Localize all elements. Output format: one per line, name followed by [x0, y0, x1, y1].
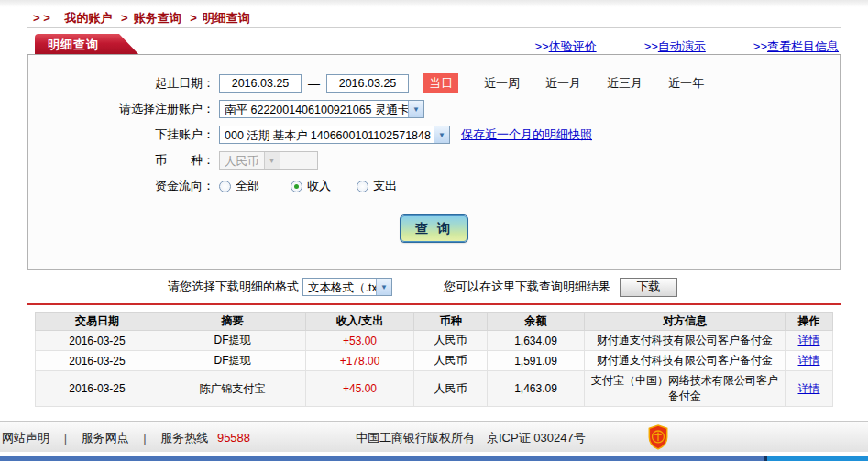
cell-amount: +53.00 [306, 331, 414, 351]
date-range-row: 起止日期： 2016.03.25 — 2016.03.25 当日 近一周 近一月… [28, 74, 840, 93]
currency-select: 人民币 ▼ [219, 151, 318, 170]
flow-radio-all[interactable]: 全部 [219, 178, 259, 194]
download-format-label: 请您选择下载明细的格式 [168, 279, 299, 295]
quick-range-year[interactable]: 近一年 [668, 75, 704, 92]
cell-currency: 人民币 [414, 331, 488, 351]
top-gradient-band [0, 0, 868, 7]
download-button[interactable]: 下载 [620, 278, 677, 297]
col-header-currency: 币种 [414, 313, 488, 331]
table-row: 2016-03-25 DF提现 +53.00 人民币 1,634.09 财付通支… [36, 331, 833, 351]
register-account-row: 请选择注册账户： 南平 6222001406100921065 灵通卡 ▼ [28, 100, 840, 118]
chevron-down-icon: ▼ [376, 279, 391, 295]
footer: 网站声明 | 服务网点 | 服务热线 95588 中国工商银行版权所有 京ICP… [0, 421, 868, 452]
cell-amount: +45.00 [306, 371, 414, 407]
download-format-select[interactable]: 文本格式（.txt） ▼ [302, 278, 392, 296]
cell-date: 2016-03-25 [36, 351, 159, 371]
cell-summary: DF提现 [159, 331, 306, 351]
cell-counterparty: 支付宝（中国）网络技术有限公司客户备付金 [585, 371, 786, 407]
radio-icon [219, 181, 231, 192]
save-month-snapshot-link[interactable]: 保存近一个月的明细快照 [461, 126, 592, 143]
footer-separator: | [143, 431, 146, 445]
register-account-select[interactable]: 南平 6222001406100921065 灵通卡 ▼ [219, 100, 424, 118]
sub-account-label: 下挂账户： [28, 126, 214, 143]
cell-currency: 人民币 [414, 351, 488, 371]
currency-row: 币 种： 人民币 ▼ [28, 151, 840, 170]
quick-range-week[interactable]: 近一周 [484, 75, 520, 92]
table-row: 2016-03-25 陈广锦支付宝 +45.00 人民币 1,463.09 支付… [36, 371, 833, 407]
radio-icon [357, 181, 368, 192]
cell-summary: 陈广锦支付宝 [159, 371, 306, 407]
footer-separator: | [64, 431, 67, 445]
link-experience-review[interactable]: >>体验评价 [534, 38, 596, 55]
fund-flow-label: 资金流向： [28, 178, 214, 194]
quick-range-month[interactable]: 近一月 [545, 75, 581, 92]
col-header-date: 交易日期 [36, 313, 159, 331]
footer-link-service-outlets[interactable]: 服务网点 [82, 431, 129, 445]
download-row: 请您选择下载明细的格式 文本格式（.txt） ▼ 您可以在这里下载查询明细结果 … [0, 276, 868, 298]
table-row: 2016-03-25 DF提现 +178.00 人民币 1,591.09 财付通… [36, 351, 833, 371]
date-from-input[interactable]: 2016.03.25 [219, 74, 302, 93]
top-links: >>体验评价 >>自动演示 >>查看栏目信息 [534, 38, 839, 55]
col-header-action: 操作 [786, 313, 833, 331]
hotline-number: 95588 [217, 431, 250, 445]
breadcrumb-item-detail-query[interactable]: 明细查询 [203, 11, 250, 25]
hotline-label: 服务热线 [160, 431, 208, 445]
col-header-counterparty: 对方信息 [585, 313, 786, 331]
detail-link[interactable]: 详情 [798, 334, 820, 346]
bottom-bar-left [0, 456, 764, 461]
cell-date: 2016-03-25 [36, 371, 159, 407]
download-hint: 您可以在这里下载查询明细结果 [444, 279, 610, 295]
breadcrumb-prefix: > > [33, 11, 50, 25]
breadcrumb-item-my-account[interactable]: 我的账户 [64, 11, 112, 25]
breadcrumb-separator: > [190, 11, 197, 25]
cell-balance: 1,634.09 [488, 331, 585, 351]
sub-account-row: 下挂账户： 000 活期 基本户 1406600101102571848 ▼ 保… [28, 126, 840, 144]
cell-amount: +178.00 [306, 351, 414, 371]
query-button[interactable]: 查 询 [401, 215, 467, 242]
table-top-red-divider [27, 303, 841, 305]
breadcrumb-item-account-query[interactable]: 账务查询 [134, 11, 181, 25]
date-range-label: 起止日期： [28, 75, 214, 92]
col-header-balance: 余额 [488, 313, 585, 331]
cell-date: 2016-03-25 [36, 331, 159, 351]
currency-label: 币 种： [28, 152, 214, 169]
cell-counterparty: 财付通支付科技有限公司客户备付金 [585, 351, 786, 371]
transaction-table: 交易日期 摘要 收入/支出 币种 余额 对方信息 操作 2016-03-25 D… [35, 312, 833, 407]
radio-icon [291, 181, 302, 192]
footer-links: 网站声明 | 服务网点 | 服务热线 95588 [2, 430, 250, 446]
sub-account-select[interactable]: 000 活期 基本户 1406600101102571848 ▼ [219, 126, 450, 144]
chevron-down-icon: ▼ [408, 101, 423, 117]
quick-range-quarter[interactable]: 近三月 [607, 75, 643, 92]
cell-summary: DF提现 [159, 351, 306, 371]
bottom-bar-right [767, 456, 868, 461]
footer-link-site-statement[interactable]: 网站声明 [2, 431, 49, 445]
date-range-dash: — [308, 77, 320, 91]
bottom-bar [0, 456, 868, 461]
link-auto-demo[interactable]: >>自动演示 [644, 38, 706, 55]
quick-range-today[interactable]: 当日 [423, 73, 458, 93]
chevron-down-icon: ▼ [264, 152, 280, 169]
table-header-row: 交易日期 摘要 收入/支出 币种 余额 对方信息 操作 [36, 313, 833, 331]
cell-currency: 人民币 [414, 371, 488, 407]
cell-counterparty: 财付通支付科技有限公司客户备付金 [585, 331, 786, 351]
query-form-panel: 起止日期： 2016.03.25 — 2016.03.25 当日 近一周 近一月… [27, 55, 841, 270]
fund-flow-row: 资金流向： 全部 收入 支出 [28, 177, 840, 195]
tab-detail-query[interactable]: 明细查询 [35, 34, 139, 55]
breadcrumb-separator: > [121, 11, 128, 25]
copyright-text: 中国工商银行版权所有 京ICP证 030247号 [356, 430, 586, 446]
cell-balance: 1,591.09 [488, 351, 585, 371]
security-badge-icon [647, 424, 669, 450]
flow-radio-expense[interactable]: 支出 [357, 178, 397, 194]
breadcrumb-divider [27, 27, 841, 28]
breadcrumb: > > 我的账户 >账务查询 >明细查询 [33, 10, 250, 27]
page: > > 我的账户 >账务查询 >明细查询 明细查询 >>体验评价 >>自动演示 … [0, 0, 868, 461]
chevron-down-icon: ▼ [434, 126, 449, 143]
col-header-summary: 摘要 [159, 313, 306, 331]
date-to-input[interactable]: 2016.03.25 [326, 74, 409, 93]
detail-link[interactable]: 详情 [798, 354, 820, 367]
detail-link[interactable]: 详情 [798, 382, 820, 395]
flow-radio-income[interactable]: 收入 [291, 178, 331, 194]
col-header-amount: 收入/支出 [306, 313, 414, 331]
link-view-column-info[interactable]: >>查看栏目信息 [753, 38, 839, 55]
cell-balance: 1,463.09 [488, 371, 585, 407]
